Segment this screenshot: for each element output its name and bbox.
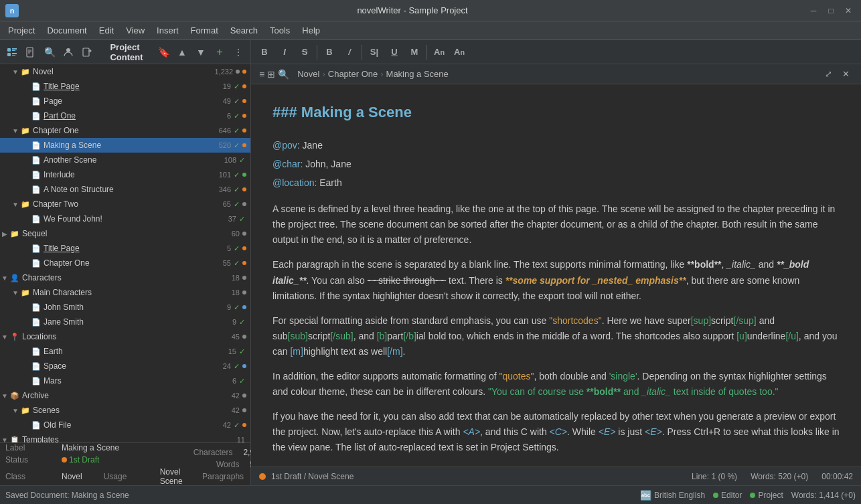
menu-search[interactable]: Search (225, 23, 263, 37)
tree-check-part-one: ✓ (234, 112, 240, 120)
tree-item-title-page[interactable]: 📄 Title Page 19 ✓ (0, 79, 250, 94)
fmt-btn-subscript[interactable]: An (450, 43, 469, 62)
tree-item-old-file[interactable]: 📄 Old File 42 ✓ (0, 418, 250, 432)
sidebar-nav-export[interactable] (79, 44, 95, 60)
sidebar-more-btn[interactable]: ⋮ (230, 44, 246, 60)
tree-item-part-one[interactable]: 📄 Part One 6 ✓ (0, 108, 250, 123)
menu-insert[interactable]: Insert (151, 23, 184, 37)
tree-item-jane-smith[interactable]: 📄 Jane Smith 9 ✓ (0, 315, 250, 329)
menu-view[interactable]: View (121, 23, 150, 37)
tree-label-making-a-scene: Making a Scene (44, 141, 212, 150)
tree-item-making-a-scene[interactable]: 📄 Making a Scene 520 ✓ (0, 138, 250, 153)
tree-count-main-chars: 18 (221, 288, 240, 297)
menu-format[interactable]: Format (185, 23, 224, 37)
tree-item-sequel[interactable]: ▶ 📁 Sequel 60 (0, 226, 250, 241)
tree-count-old-file: 42 (212, 421, 231, 429)
fmt-btn-bold[interactable]: B (255, 43, 274, 62)
tree-item-we-found-john[interactable]: 📄 We Found John! 37 ✓ (0, 212, 250, 226)
editor-toolbar: B I S B / S| U M An An (251, 40, 861, 64)
doc-icon-space: 📄 (31, 361, 42, 371)
tree-item-locations[interactable]: ▼ 📍 Locations 45 (0, 329, 250, 344)
tree-label-title-page: Title Page (44, 82, 212, 91)
fmt-btn-strike[interactable]: S (295, 43, 314, 62)
sidebar-nav-content[interactable] (4, 44, 20, 60)
maximize-button[interactable]: □ (824, 3, 838, 18)
tree-label-jane: Jane Smith (44, 317, 218, 327)
fmt-btn-italic2[interactable]: / (340, 43, 359, 62)
bc-expand-btn[interactable]: ⤢ (821, 67, 836, 82)
tree-item-note-on-structure[interactable]: 📄 A Note on Structure 346 ✓ (0, 182, 250, 197)
sidebar-down-btn[interactable]: ▼ (193, 44, 209, 60)
fmt-btn-underline[interactable]: U (385, 43, 404, 62)
tree-item-sequel-chapter[interactable]: 📄 Chapter One 55 ✓ (0, 256, 250, 270)
doc-heading: ### Making a Scene (272, 100, 840, 124)
tree-check-sequel-ch: ✓ (234, 259, 240, 268)
breadcrumb-expand: ⤢ ✕ (821, 67, 853, 82)
bc-close-btn[interactable]: ✕ (838, 67, 853, 82)
doc-info-row-2: Status 1st Draft (5, 455, 183, 465)
sidebar-up-btn[interactable]: ▲ (174, 44, 190, 60)
editor-panel: B I S B / S| U M An An ≡ ⊞ 🔍 No (251, 40, 861, 485)
tree-item-scenes[interactable]: ▼ 📁 Scenes 42 (0, 403, 250, 418)
sidebar-add-btn[interactable]: + (212, 44, 228, 60)
menu-edit[interactable]: Edit (94, 23, 119, 37)
doc-info-row-3: Class Novel Usage Novel Scene (5, 467, 183, 486)
para-4: In addition, the editor supports automat… (272, 369, 840, 400)
label-val: Making a Scene (62, 443, 119, 452)
tree-item-page[interactable]: 📄 Page 49 ✓ (0, 94, 250, 108)
tree-count-novel: 1,232 (214, 68, 233, 76)
tree-item-john-smith[interactable]: 📄 John Smith 9 ✓ (0, 300, 250, 315)
fmt-btn-bold2[interactable]: B (320, 43, 339, 62)
folder-icon-ch2: 📁 (20, 199, 31, 209)
tree-item-earth[interactable]: 📄 Earth 15 ✓ (0, 344, 250, 359)
window-controls: ─ □ ✕ (806, 3, 856, 18)
tree-item-sequel-title[interactable]: 📄 Title Page 5 ✓ (0, 241, 250, 256)
tree-count-templates: 11 (226, 436, 245, 442)
tree-count-another-scene: 108 (218, 156, 236, 164)
sidebar-bookmark-btn[interactable]: 🔖 (155, 44, 171, 60)
tree-arrow-main-chars: ▼ (11, 289, 20, 297)
tree-label-ch1: Chapter One (33, 126, 212, 135)
fmt-btn-superscript[interactable]: An (430, 43, 449, 62)
sidebar-nav-characters[interactable] (60, 44, 76, 60)
tree-item-main-characters[interactable]: ▼ 📁 Main Characters 18 (0, 285, 250, 300)
tree-dot-ch2 (242, 202, 246, 206)
bc-toolbar-icon3[interactable]: 🔍 (278, 69, 289, 80)
fmt-btn-shortcode[interactable]: S| (365, 43, 384, 62)
svg-rect-11 (83, 48, 89, 56)
tree-dot-sequel (242, 232, 246, 236)
tree-item-chapter-two[interactable]: ▼ 📁 Chapter Two 65 ✓ (0, 197, 250, 212)
class-label: Class (5, 472, 46, 481)
sidebar-nav-novel[interactable] (23, 44, 39, 60)
tree-count-sequel-title: 5 (212, 244, 231, 252)
menu-project[interactable]: Project (3, 23, 40, 37)
menu-document[interactable]: Document (42, 23, 92, 37)
spell-icon: 🔤 (640, 490, 651, 501)
tree-item-archive[interactable]: ▼ 📦 Archive 42 (0, 388, 250, 403)
editor-content[interactable]: ### Making a Scene @pov: Jane @char: Joh… (251, 84, 861, 467)
fmt-btn-mark[interactable]: M (405, 43, 424, 62)
tree-dot-page (242, 99, 246, 103)
tree-item-templates[interactable]: ▼ 📋 Templates 11 (0, 432, 250, 442)
meta-pov-colon: : (297, 140, 303, 151)
tree-item-space[interactable]: 📄 Space 24 ✓ (0, 359, 250, 373)
menu-help[interactable]: Help (297, 23, 325, 37)
tree-arrow-ch1: ▼ (11, 127, 20, 135)
bc-toolbar-icon2[interactable]: ⊞ (267, 69, 275, 80)
sidebar-nav-search[interactable]: 🔍 (42, 44, 58, 60)
tree-item-mars[interactable]: 📄 Mars 6 ✓ (0, 373, 250, 388)
strikethrough-text: ~~strike through~~ (368, 275, 447, 286)
folder-icon-archive: 📦 (9, 390, 20, 401)
tree-item-interlude[interactable]: 📄 Interlude 101 ✓ (0, 167, 250, 182)
tree-item-chapter-one[interactable]: ▼ 📁 Chapter One 646 ✓ (0, 123, 250, 138)
meta-char-key: @char (272, 159, 300, 169)
menu-tools[interactable]: Tools (264, 23, 295, 37)
fmt-btn-italic[interactable]: I (275, 43, 294, 62)
tree-item-characters[interactable]: ▼ 👤 Characters 18 (0, 270, 250, 285)
bc-toolbar-icon1[interactable]: ≡ (259, 69, 264, 80)
minimize-button[interactable]: ─ (806, 3, 821, 18)
tree-label-interlude: Interlude (44, 170, 212, 179)
close-button[interactable]: ✕ (841, 3, 856, 18)
tree-item-novel[interactable]: ▼ 📁 Novel 1,232 (0, 64, 250, 79)
tree-item-another-scene[interactable]: 📄 Another Scene 108 ✓ (0, 153, 250, 167)
